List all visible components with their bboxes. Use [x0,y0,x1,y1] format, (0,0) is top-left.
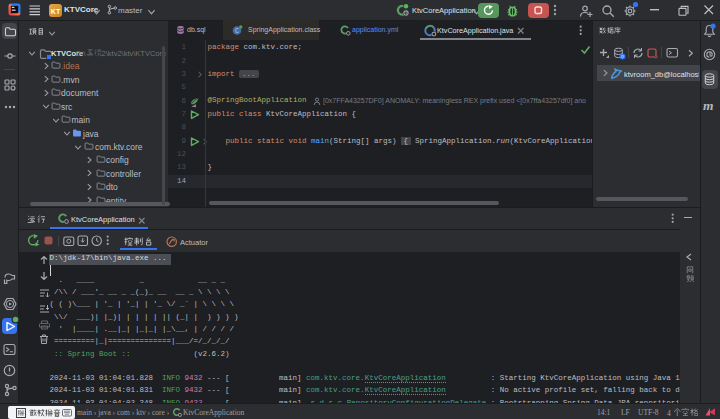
svg-text:KT: KT [51,7,61,14]
svg-text:C: C [235,28,239,35]
